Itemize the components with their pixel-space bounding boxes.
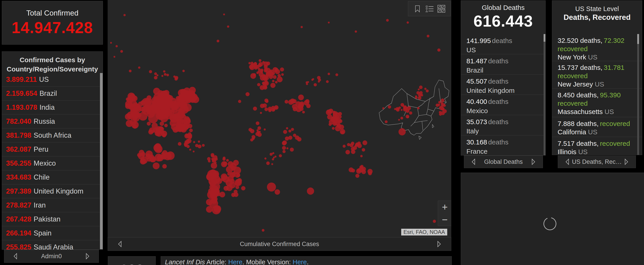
- global-deaths-value: 616.443: [461, 12, 546, 30]
- list-item[interactable]: 334.683Chile: [2, 170, 103, 184]
- list-item[interactable]: 356.255Mexico: [2, 156, 103, 170]
- global-deaths-pager: Global Deaths: [464, 156, 543, 168]
- world-map[interactable]: + − Esri, FAO, NOAA: [108, 0, 451, 238]
- covid-dashboard: Total Confirmed 14.947.428 Confirmed Cas…: [0, 0, 644, 265]
- footer-links-bar: Lancet Inf Dis Article: Here. Mobile Ver…: [161, 256, 452, 265]
- pager-label: Admin0: [4, 250, 98, 263]
- zoom-in-button[interactable]: +: [438, 201, 451, 213]
- list-item[interactable]: 40.400 deaths Mexico: [461, 95, 546, 115]
- map-toolbar: [408, 1, 451, 16]
- list-item[interactable]: 81.487 deaths Brazil: [461, 54, 546, 75]
- list-item[interactable]: 362.087Peru: [2, 142, 103, 156]
- bookmark-icon[interactable]: [414, 4, 422, 13]
- total-confirmed-value: 14.947.428: [2, 19, 103, 37]
- us-state-list: 32.520 deaths,72.302 recovered New YorkU…: [552, 34, 642, 155]
- list-item[interactable]: 267.428Pakistan: [2, 212, 103, 226]
- scrollbar-thumb[interactable]: [637, 34, 639, 44]
- us-state-subtitle: Deaths, Recovered: [552, 13, 642, 22]
- stat-mini-panel: 100: [108, 256, 156, 265]
- pager-next-button[interactable]: [624, 158, 629, 165]
- map-attribution: Esri, FAO, NOAA: [401, 229, 447, 236]
- list-item[interactable]: 2.159.654Brazil: [2, 86, 103, 100]
- us-state-panel: US State Level Deaths, Recovered 32.520 …: [552, 0, 642, 155]
- stat-partial-value: 100: [108, 263, 156, 265]
- total-confirmed-panel: Total Confirmed 14.947.428: [2, 1, 103, 45]
- pager-label: Cumulative Confirmed Cases: [108, 238, 451, 251]
- us-state-pager: US Deaths, Rec…: [558, 156, 636, 168]
- global-deaths-panel: Global Deaths 616.443 141.995 deaths US …: [461, 0, 546, 156]
- footer-text: Lancet Inf Dis Article: Here. Mobile Ver…: [161, 257, 452, 265]
- pager-next-button[interactable]: [85, 253, 90, 260]
- loading-spinner-icon: [543, 217, 557, 231]
- pager-next-button[interactable]: [531, 158, 536, 165]
- mobile-version-link[interactable]: Here: [293, 259, 307, 265]
- list-item[interactable]: 266.194Spain: [2, 226, 103, 240]
- list-item[interactable]: 782.040Russia: [2, 114, 103, 128]
- article-link[interactable]: Here: [228, 259, 242, 265]
- list-item[interactable]: 8.450 deaths,95.390 recovered Massachuse…: [552, 89, 642, 117]
- list-item[interactable]: 297.389United Kingdom: [2, 184, 103, 198]
- list-item[interactable]: 3.899.211US: [2, 73, 103, 86]
- scrollbar-thumb[interactable]: [544, 34, 546, 42]
- global-deaths-title: Global Deaths: [461, 4, 546, 11]
- list-item[interactable]: 141.995 deaths US: [461, 34, 546, 54]
- list-item[interactable]: 15.737 deaths,31.781 recovered New Jerse…: [552, 61, 642, 89]
- list-item[interactable]: 45.507 deaths United Kingdom: [461, 75, 546, 95]
- zoom-out-button[interactable]: −: [438, 213, 451, 226]
- list-item[interactable]: 30.168 deaths France: [461, 135, 546, 156]
- journal-name: Lancet Inf Dis: [165, 259, 205, 265]
- map-zoom-control: + −: [438, 201, 451, 226]
- pager-next-button[interactable]: [437, 241, 442, 248]
- list-item[interactable]: 1.193.078India: [2, 100, 103, 114]
- list-item[interactable]: 255.825Saudi Arabia: [2, 240, 103, 250]
- confirmed-cases-header: Confirmed Cases by Country/Region/Sovere…: [2, 55, 103, 74]
- list-item[interactable]: 278.827Iran: [2, 198, 103, 212]
- basemap-icon[interactable]: [437, 4, 446, 13]
- confirmed-cases-list: 3.899.211US 2.159.654Brazil 1.193.078Ind…: [2, 73, 103, 250]
- scrollbar[interactable]: [100, 73, 103, 249]
- map-layer-pager: Cumulative Confirmed Cases: [108, 237, 451, 251]
- scrollbar-track[interactable]: [544, 34, 546, 155]
- china-outline: [379, 80, 449, 139]
- case-dots-layer: [110, 13, 447, 232]
- map-canvas: [108, 0, 451, 238]
- list-item[interactable]: 32.520 deaths,72.302 recovered New YorkU…: [552, 34, 642, 61]
- list-item[interactable]: 35.073 deaths Italy: [461, 115, 546, 135]
- scrollbar-track[interactable]: [637, 34, 639, 155]
- global-deaths-list: 141.995 deaths US 81.487 deaths Brazil 4…: [461, 34, 546, 156]
- legend-icon[interactable]: [425, 4, 434, 13]
- list-item[interactable]: 7.888 deaths,recovered CaliforniaUS: [552, 117, 642, 137]
- us-state-title: US State Level: [552, 5, 642, 13]
- list-item[interactable]: 7.517 deaths,recovered IllinoisUS: [552, 137, 642, 155]
- total-confirmed-title: Total Confirmed: [2, 9, 103, 17]
- list-item[interactable]: 381.798South Africa: [2, 128, 103, 142]
- admin-level-pager: Admin0: [4, 250, 99, 263]
- loading-panel: [461, 173, 644, 265]
- confirmed-cases-panel: Confirmed Cases by Country/Region/Sovere…: [2, 51, 103, 250]
